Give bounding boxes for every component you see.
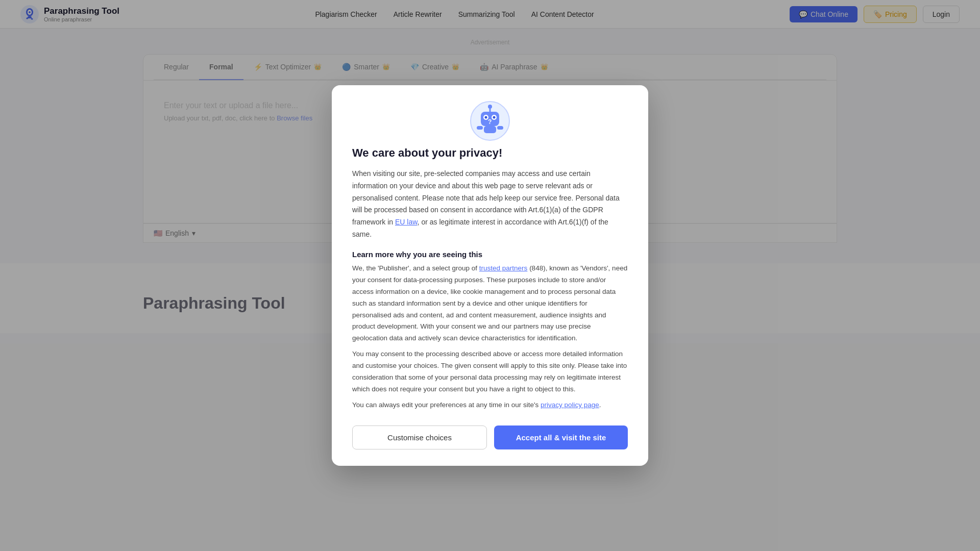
trusted-partners-link[interactable]: trusted partners <box>479 264 528 272</box>
modal-body: We care about your privacy! When visitin… <box>332 146 648 411</box>
modal-section-para3: You can always edit your preferences at … <box>352 399 628 411</box>
modal-overlay: ? We care about your privacy! When visit… <box>0 0 980 551</box>
modal-title: We care about your privacy! <box>352 146 628 160</box>
modal-description: When visiting our site, pre-selected com… <box>352 168 628 241</box>
eu-law-link[interactable]: EU law <box>395 218 418 226</box>
privacy-policy-link[interactable]: privacy policy page <box>541 401 599 409</box>
svg-point-11 <box>485 116 487 118</box>
customise-choices-button[interactable]: Customise choices <box>352 425 487 449</box>
partners-count: (848) <box>529 264 546 272</box>
svg-rect-18 <box>497 126 503 130</box>
robot-icon: ? <box>470 101 510 141</box>
svg-point-12 <box>493 116 496 118</box>
svg-text:?: ? <box>488 118 492 126</box>
modal-section-para1: We, the 'Publisher', and a select group … <box>352 263 628 345</box>
modal-section-title: Learn more why you are seeing this <box>352 250 628 259</box>
modal-robot-area: ? <box>332 85 648 146</box>
modal-section-para2: You may consent to the processing descri… <box>352 348 628 395</box>
accept-all-button[interactable]: Accept all & visit the site <box>494 425 628 449</box>
svg-point-15 <box>488 105 492 109</box>
svg-rect-17 <box>477 126 483 130</box>
modal-buttons: Customise choices Accept all & visit the… <box>332 425 648 449</box>
privacy-modal: ? We care about your privacy! When visit… <box>332 85 648 466</box>
svg-rect-16 <box>484 126 496 133</box>
